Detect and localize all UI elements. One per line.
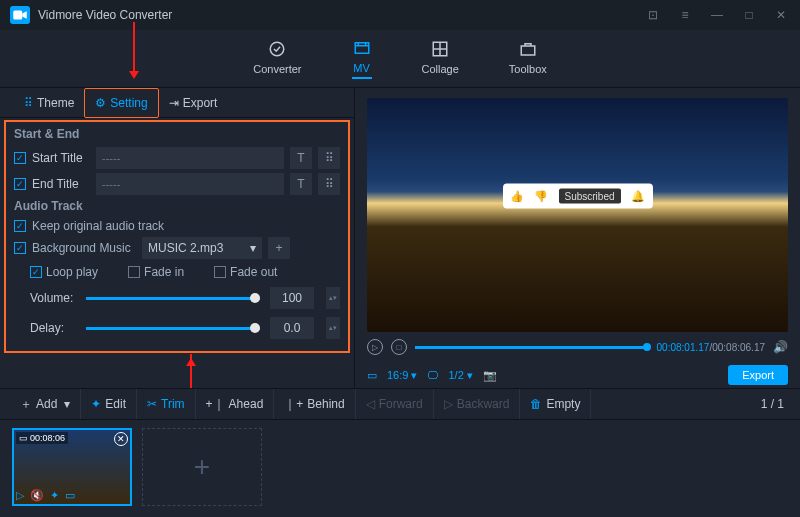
end-title-label: End Title bbox=[32, 177, 90, 191]
delay-spinner[interactable]: ▴▾ bbox=[326, 317, 340, 339]
tool-trim[interactable]: ✂Trim bbox=[137, 389, 196, 419]
tool-backward[interactable]: ▷Backward bbox=[434, 389, 521, 419]
add-icon: ＋ bbox=[20, 396, 32, 413]
nav-collage[interactable]: Collage bbox=[422, 39, 459, 78]
clip-effects-icon[interactable]: ✦ bbox=[50, 489, 59, 502]
start-title-label: Start Title bbox=[32, 151, 90, 165]
bell-icon: 🔔 bbox=[631, 190, 645, 203]
aspect-icon: ▭ bbox=[367, 369, 377, 382]
thumb-down-icon: 👎 bbox=[534, 190, 548, 203]
minimize-icon[interactable]: — bbox=[708, 8, 726, 22]
start-title-input[interactable] bbox=[96, 147, 284, 169]
time-display: 00:08:01.17/00:08:06.17 bbox=[657, 342, 765, 353]
start-title-checkbox[interactable]: ✓ bbox=[14, 152, 26, 164]
snapshot-icon[interactable]: 📷 bbox=[483, 369, 497, 382]
clip-play-icon[interactable]: ▷ bbox=[16, 489, 24, 502]
export-button[interactable]: Export bbox=[728, 365, 788, 385]
app-logo bbox=[10, 6, 30, 24]
subscribed-badge: Subscribed bbox=[558, 189, 620, 204]
svg-rect-2 bbox=[355, 43, 369, 54]
bg-music-checkbox[interactable]: ✓ bbox=[14, 242, 26, 254]
add-clip-button[interactable]: + bbox=[142, 428, 262, 506]
gear-icon: ⚙ bbox=[95, 96, 106, 110]
preview-overlay: 👍 👎 Subscribed 🔔 bbox=[502, 184, 652, 209]
loop-checkbox[interactable]: ✓Loop play bbox=[30, 265, 98, 279]
close-icon[interactable]: ✕ bbox=[772, 8, 790, 22]
nav-toolbox[interactable]: Toolbox bbox=[509, 39, 547, 78]
tool-forward[interactable]: ◁Forward bbox=[356, 389, 434, 419]
bg-music-label: Background Music bbox=[32, 241, 136, 255]
export-icon: ⇥ bbox=[169, 96, 179, 110]
pager: 1 / 1 bbox=[755, 389, 790, 419]
tab-export[interactable]: ⇥Export bbox=[159, 88, 228, 118]
volume-icon[interactable]: 🔊 bbox=[773, 340, 788, 354]
clip-thumbnail[interactable]: ▭ 00:08:06 ✕ ▷ 🔇 ✦ ▭ bbox=[12, 428, 132, 506]
chevron-down-icon: ▾ bbox=[250, 241, 256, 255]
main-nav: Converter MV Collage Toolbox bbox=[0, 30, 800, 88]
clip-mute-icon[interactable]: 🔇 bbox=[30, 489, 44, 502]
keep-audio-checkbox[interactable]: ✓ bbox=[14, 220, 26, 232]
volume-value[interactable]: 100 bbox=[270, 287, 314, 309]
end-title-checkbox[interactable]: ✓ bbox=[14, 178, 26, 190]
fadeout-checkbox[interactable]: Fade out bbox=[214, 265, 277, 279]
titlebar: Vidmore Video Converter ⊡ ≡ — □ ✕ bbox=[0, 0, 800, 30]
start-title-grid-icon[interactable]: ⠿ bbox=[318, 147, 340, 169]
volume-slider[interactable] bbox=[86, 297, 260, 300]
svg-rect-0 bbox=[13, 11, 22, 20]
theme-icon: ⠿ bbox=[24, 96, 33, 110]
monitor-icon: 🖵 bbox=[427, 369, 438, 381]
music-select[interactable]: MUSIC 2.mp3▾ bbox=[142, 237, 262, 259]
tool-behind[interactable]: ｜+Behind bbox=[274, 389, 355, 419]
behind-icon: ｜+ bbox=[284, 396, 303, 413]
feedback-icon[interactable]: ⊡ bbox=[644, 8, 662, 22]
add-music-button[interactable]: + bbox=[268, 237, 290, 259]
play-button[interactable]: ▷ bbox=[367, 339, 383, 355]
tab-theme[interactable]: ⠿Theme bbox=[14, 88, 84, 118]
trim-icon: ✂ bbox=[147, 397, 157, 411]
nav-converter[interactable]: Converter bbox=[253, 39, 301, 78]
maximize-icon[interactable]: □ bbox=[740, 8, 758, 22]
tool-add[interactable]: ＋Add▾ bbox=[10, 389, 81, 419]
edit-icon: ✦ bbox=[91, 397, 101, 411]
chevron-down-icon: ▾ bbox=[64, 397, 70, 411]
end-title-text-icon[interactable]: T bbox=[290, 173, 312, 195]
empty-icon: 🗑 bbox=[530, 397, 542, 411]
fadein-checkbox[interactable]: Fade in bbox=[128, 265, 184, 279]
nav-mv[interactable]: MV bbox=[352, 38, 372, 79]
mv-icon bbox=[352, 38, 372, 58]
svg-rect-4 bbox=[521, 46, 535, 55]
collage-icon bbox=[430, 39, 450, 59]
section-audio: Audio Track bbox=[14, 199, 340, 213]
forward-icon: ◁ bbox=[366, 397, 375, 411]
volume-spinner[interactable]: ▴▾ bbox=[326, 287, 340, 309]
zoom-select[interactable]: 1/2 ▾ bbox=[448, 369, 472, 382]
app-title: Vidmore Video Converter bbox=[38, 8, 172, 22]
ahead-icon: +｜ bbox=[206, 396, 225, 413]
clip-subtitle-icon[interactable]: ▭ bbox=[65, 489, 75, 502]
toolbox-icon bbox=[518, 39, 538, 59]
backward-icon: ▷ bbox=[444, 397, 453, 411]
converter-icon bbox=[267, 39, 287, 59]
annotation-arrow bbox=[133, 22, 135, 76]
settings-panel: Start & End ✓ Start Title T ⠿ ✓ End Titl… bbox=[4, 120, 350, 353]
section-start-end: Start & End bbox=[14, 127, 340, 141]
stop-button[interactable]: □ bbox=[391, 339, 407, 355]
clip-remove-button[interactable]: ✕ bbox=[114, 432, 128, 446]
delay-value[interactable]: 0.0 bbox=[270, 317, 314, 339]
subnav: ⠿Theme ⚙Setting ⇥Export bbox=[0, 88, 354, 118]
keep-audio-label: Keep original audio track bbox=[32, 219, 164, 233]
end-title-input[interactable] bbox=[96, 173, 284, 195]
end-title-grid-icon[interactable]: ⠿ bbox=[318, 173, 340, 195]
preview-pane: 👍 👎 Subscribed 🔔 bbox=[367, 98, 788, 332]
tool-edit[interactable]: ✦Edit bbox=[81, 389, 137, 419]
tab-setting[interactable]: ⚙Setting bbox=[84, 88, 158, 118]
tool-ahead[interactable]: +｜Ahead bbox=[196, 389, 275, 419]
start-title-text-icon[interactable]: T bbox=[290, 147, 312, 169]
menu-icon[interactable]: ≡ bbox=[676, 8, 694, 22]
tool-empty[interactable]: 🗑Empty bbox=[520, 389, 591, 419]
delay-label: Delay: bbox=[30, 321, 76, 335]
progress-bar[interactable] bbox=[415, 346, 649, 349]
delay-slider[interactable] bbox=[86, 327, 260, 330]
toolbar: ＋Add▾ ✦Edit ✂Trim +｜Ahead ｜+Behind ◁Forw… bbox=[0, 388, 800, 420]
aspect-select[interactable]: 16:9 ▾ bbox=[387, 369, 417, 382]
